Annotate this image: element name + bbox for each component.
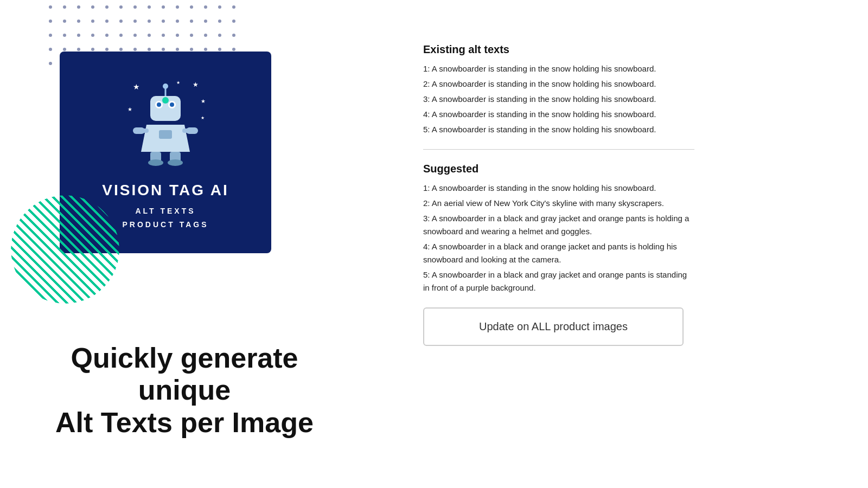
- dot: [63, 20, 66, 23]
- svg-point-12: [170, 102, 174, 107]
- dot: [218, 34, 221, 37]
- svg-text:★: ★: [201, 115, 205, 120]
- dot: [91, 5, 94, 9]
- dot: [91, 20, 94, 23]
- svg-point-13: [162, 97, 169, 104]
- dot: [162, 48, 165, 51]
- dot: [119, 48, 123, 51]
- dot: [148, 20, 151, 23]
- robot-illustration: ★ ★ ★ ★ ★ ★: [117, 73, 214, 171]
- dot: [77, 48, 80, 51]
- dot: [105, 20, 108, 23]
- logo-title: VISION TAG AI: [102, 182, 228, 199]
- dot: [204, 34, 207, 37]
- suggested-item-5: 5: A snowboarder in a black and gray jac…: [423, 268, 694, 294]
- logo-line2: PRODUCT TAGS: [123, 220, 209, 229]
- main-tagline: Quickly generate unique Alt Texts per Im…: [33, 342, 336, 439]
- svg-text:★: ★: [176, 80, 180, 85]
- dot: [176, 48, 179, 51]
- dot: [133, 5, 137, 9]
- dot: [119, 5, 123, 9]
- dot: [105, 48, 108, 51]
- dot: [91, 34, 94, 37]
- logo-line1: ALT TEXTS: [135, 207, 195, 215]
- dot: [232, 20, 235, 23]
- dot: [190, 34, 193, 37]
- dot: [133, 20, 137, 23]
- dot: [119, 20, 123, 23]
- dot: [105, 5, 108, 9]
- dot: [77, 34, 80, 37]
- suggested-item-2: 2: An aerial view of New York City's sky…: [423, 197, 694, 210]
- dot: [49, 48, 52, 51]
- svg-point-7: [163, 84, 168, 89]
- dot: [232, 48, 235, 51]
- dot: [218, 5, 221, 9]
- dot: [63, 34, 66, 37]
- suggested-alt-text-list: 1: A snowboarder is standing in the snow…: [423, 182, 694, 294]
- svg-rect-15: [159, 130, 172, 139]
- dot: [162, 5, 165, 9]
- update-all-button[interactable]: Update on ALL product images: [423, 307, 684, 346]
- dot: [162, 20, 165, 23]
- dot: [133, 34, 137, 37]
- dot: [63, 5, 66, 9]
- svg-text:★: ★: [133, 82, 140, 91]
- dot: [176, 34, 179, 37]
- green-circle-decoration: [11, 195, 119, 304]
- dot: [176, 20, 179, 23]
- dot: [148, 34, 151, 37]
- svg-point-22: [148, 159, 163, 166]
- dot: [190, 5, 193, 9]
- svg-text:★: ★: [193, 81, 199, 88]
- suggested-section-title: Suggested: [423, 163, 694, 175]
- existing-item-1: 1: A snowboarder is standing in the snow…: [423, 62, 694, 75]
- svg-point-23: [168, 159, 183, 166]
- suggested-item-4: 4: A snowboarder in a black and orange j…: [423, 240, 694, 266]
- dot: [148, 48, 151, 51]
- existing-item-5: 5: A snowboarder is standing in the snow…: [423, 123, 694, 136]
- section-divider: [423, 149, 694, 150]
- existing-section: Existing alt texts 1: A snowboarder is s…: [423, 43, 694, 136]
- dot: [105, 34, 108, 37]
- dot: [77, 20, 80, 23]
- dot: [133, 48, 137, 51]
- svg-point-11: [157, 102, 161, 107]
- dot: [49, 34, 52, 37]
- dot: [63, 48, 66, 51]
- dot: [49, 20, 52, 23]
- dot: [91, 48, 94, 51]
- svg-text:★: ★: [127, 106, 132, 112]
- suggested-item-1: 1: A snowboarder is standing in the snow…: [423, 182, 694, 195]
- logo-subtitle: ALT TEXTS PRODUCT TAGS: [123, 204, 209, 232]
- existing-item-2: 2: A snowboarder is standing in the snow…: [423, 78, 694, 91]
- svg-text:★: ★: [201, 98, 206, 104]
- dot: [232, 5, 235, 9]
- dot: [190, 48, 193, 51]
- dot: [148, 5, 151, 9]
- dot: [204, 48, 207, 51]
- existing-section-title: Existing alt texts: [423, 43, 694, 56]
- tagline-line1: Quickly generate unique: [71, 342, 298, 406]
- dot: [218, 48, 221, 51]
- suggested-item-3: 3: A snowboarder in a black and gray jac…: [423, 212, 694, 238]
- dot: [204, 20, 207, 23]
- dot: [49, 5, 52, 9]
- right-panel: Existing alt texts 1: A snowboarder is s…: [423, 43, 694, 346]
- dot: [232, 34, 235, 37]
- tagline-line2: Alt Texts per Image: [55, 407, 314, 438]
- suggested-section: Suggested 1: A snowboarder is standing i…: [423, 163, 694, 294]
- dot: [218, 20, 221, 23]
- dot: [162, 34, 165, 37]
- dot: [204, 5, 207, 9]
- dot: [176, 5, 179, 9]
- dot: [119, 34, 123, 37]
- dot: [77, 5, 80, 9]
- dot: [190, 20, 193, 23]
- existing-alt-text-list: 1: A snowboarder is standing in the snow…: [423, 62, 694, 136]
- existing-item-3: 3: A snowboarder is standing in the snow…: [423, 93, 694, 106]
- existing-item-4: 4: A snowboarder is standing in the snow…: [423, 108, 694, 121]
